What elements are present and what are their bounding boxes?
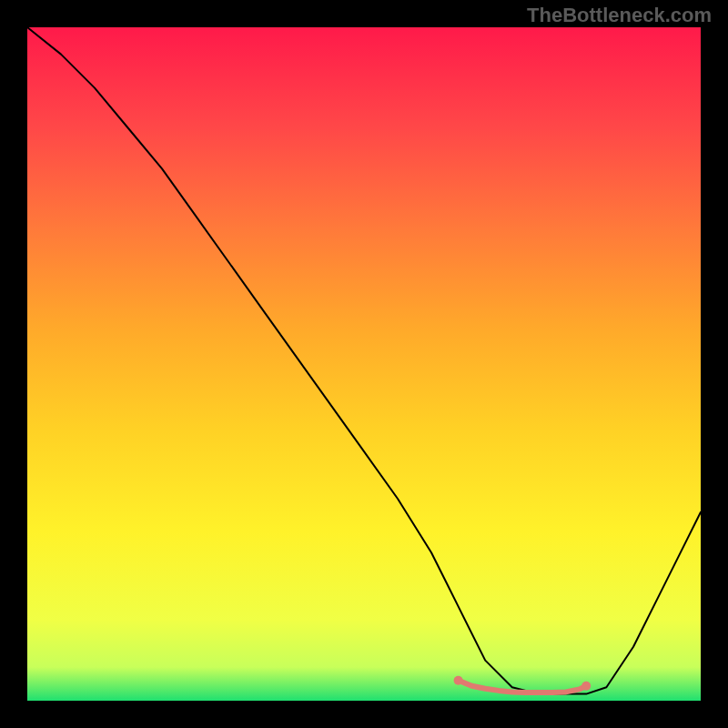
watermark-text: TheBottleneck.com [527,4,712,27]
marker-dot [581,682,591,691]
chart-container [27,27,701,701]
marker-dot [454,676,463,685]
bottleneck-chart [27,27,701,701]
